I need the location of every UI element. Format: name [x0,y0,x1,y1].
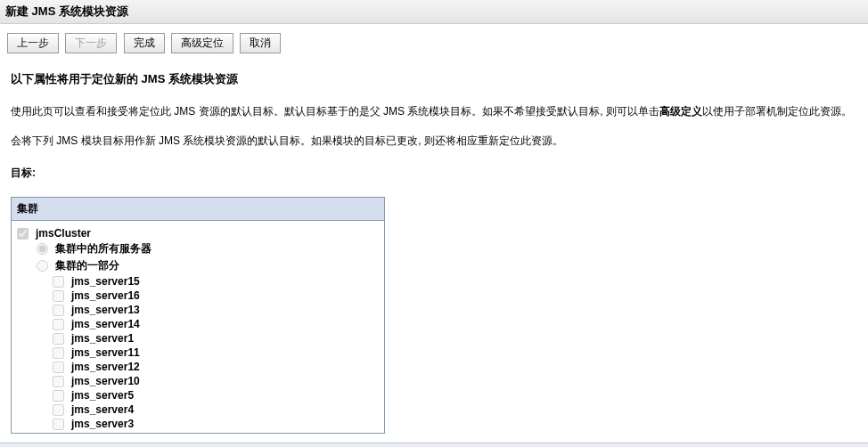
server-name: jms_server12 [71,361,140,373]
section-heading: 以下属性将用于定位新的 JMS 系统模块资源 [11,71,857,87]
server-checkbox [53,333,64,345]
server-name: jms_server16 [71,289,140,302]
server-name: jms_server5 [71,389,134,402]
server-row[interactable]: jms_server11 [17,345,379,360]
server-checkbox [53,404,64,416]
desc1-part-a: 使用此页可以查看和接受将定位此 JMS 资源的默认目标。默认目标基于的是父 JM… [11,105,659,118]
server-name: jms_server3 [71,418,134,430]
server-checkbox [53,419,64,430]
server-name: jms_server15 [71,275,140,288]
description-paragraph-2: 会将下列 JMS 模块目标用作新 JMS 系统模块资源的默认目标。如果模块的目标… [11,133,857,150]
cluster-row[interactable]: jmsCluster [17,226,379,240]
status-bar [0,443,868,447]
cluster-radio-part-label: 集群的一部分 [55,258,119,273]
cluster-name: jmsCluster [36,227,91,240]
server-row[interactable]: jms_server1 [17,331,379,345]
cluster-radio-all[interactable]: 集群中的所有服务器 [17,240,379,257]
server-checkbox [53,376,64,387]
cluster-radio-part[interactable]: 集群的一部分 [17,257,379,274]
server-checkbox [53,390,64,402]
description-paragraph-1: 使用此页可以查看和接受将定位此 JMS 资源的默认目标。默认目标基于的是父 JM… [11,103,857,120]
page-title: 新建 JMS 系统模块资源 [5,4,128,18]
server-checkbox [53,305,64,316]
server-checkbox [53,362,64,373]
server-checkbox [53,276,64,288]
server-name: jms_server14 [71,318,140,330]
server-row[interactable]: jms_server15 [17,274,379,289]
server-checkbox [53,290,64,302]
targets-panel-header: 集群 [12,198,384,221]
content-area: 以下属性将用于定位新的 JMS 系统模块资源 使用此页可以查看和接受将定位此 J… [0,71,868,443]
advanced-targeting-button[interactable]: 高级定位 [171,33,233,53]
cluster-radio-all-input [37,243,48,255]
server-name: jms_server11 [71,346,140,359]
server-checkbox [53,347,64,359]
back-button[interactable]: 上一步 [7,33,59,53]
targets-panel-body: jmsCluster 集群中的所有服务器 集群的一部分 jms_server15… [12,221,384,433]
finish-button[interactable]: 完成 [124,33,165,53]
targets-panel: 集群 jmsCluster 集群中的所有服务器 集群的一部分 jms_serve… [11,197,385,434]
cluster-checkbox [17,228,29,240]
server-list: jms_server15jms_server16jms_server13jms_… [17,274,379,431]
server-name: jms_server1 [71,332,134,345]
server-checkbox [53,319,64,330]
cluster-radio-part-input [37,260,48,272]
desc1-part-b: 以使用子部署机制定位此资源。 [702,105,852,118]
server-row[interactable]: jms_server10 [17,374,379,388]
server-row[interactable]: jms_server5 [17,388,379,402]
server-row[interactable]: jms_server12 [17,360,379,374]
page-title-bar: 新建 JMS 系统模块资源 [0,0,868,24]
next-button: 下一步 [65,33,117,53]
server-name: jms_server10 [71,375,140,387]
cancel-button[interactable]: 取消 [240,33,281,53]
server-row[interactable]: jms_server14 [17,317,379,331]
cluster-radio-all-label: 集群中的所有服务器 [55,241,151,256]
server-row[interactable]: jms_server13 [17,303,379,317]
server-row[interactable]: jms_server16 [17,289,379,303]
server-name: jms_server4 [71,403,134,416]
wizard-button-row: 上一步 下一步 完成 高级定位 取消 [0,24,868,59]
server-row[interactable]: jms_server4 [17,402,379,417]
server-name: jms_server13 [71,304,140,316]
targets-label: 目标: [11,166,857,181]
desc1-bold: 高级定义 [659,105,702,118]
server-row[interactable]: jms_server3 [17,417,379,431]
